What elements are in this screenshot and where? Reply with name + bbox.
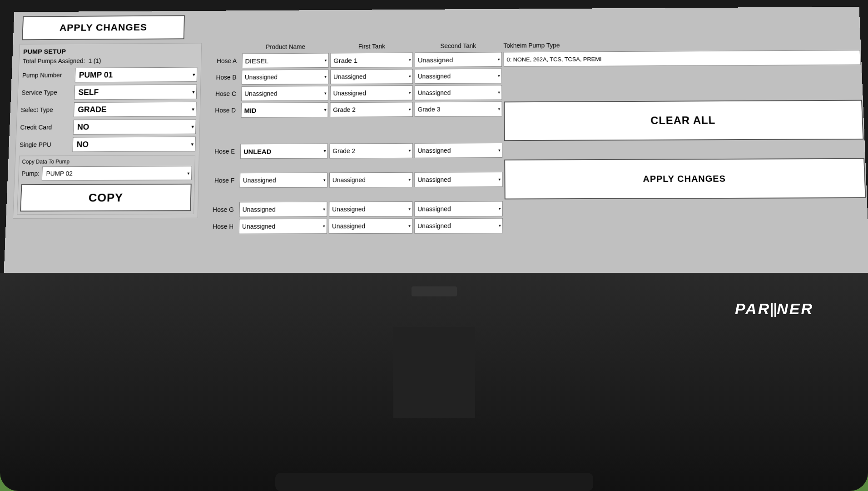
pump-setup-section: PUMP SETUP Total Pumps Assigned: 1 (1) P… bbox=[13, 43, 202, 219]
hose-e-first-tank[interactable]: Grade 2▾ bbox=[329, 143, 412, 159]
hose-d-label: Hose D bbox=[203, 107, 240, 114]
hose-c-product[interactable]: Unassigned▾ bbox=[241, 86, 328, 101]
select-type-value[interactable]: GRADE ▾ bbox=[74, 102, 197, 117]
clear-all-button[interactable]: CLEAR ALL bbox=[504, 100, 863, 141]
copy-section-title: Copy Data To Pump bbox=[22, 158, 192, 165]
second-tank-header: Second Tank bbox=[414, 41, 503, 50]
hose-b-product[interactable]: Unassigned▾ bbox=[242, 70, 329, 85]
hose-a-label: Hose A bbox=[203, 57, 241, 65]
hose-g-second-tank[interactable]: Unassigned▾ bbox=[414, 201, 503, 216]
pump-number-label: Pump Number bbox=[22, 72, 75, 79]
hose-e-row: Hose E UNLEAD▾ Grade 2▾ Unassigned▾ bbox=[199, 141, 865, 159]
hose-f-row: Hose F Unassigned▾ Unassigned▾ Unassigne… bbox=[198, 158, 867, 200]
hose-g-row: Hose G Unassigned▾ Unassigned▾ Unassigne… bbox=[198, 200, 868, 217]
hose-f-second-tank[interactable]: Unassigned▾ bbox=[414, 172, 502, 187]
single-ppu-label: Single PPU bbox=[20, 141, 73, 148]
apply-changes-top-button[interactable]: APPLY CHANGES bbox=[22, 15, 185, 40]
hose-d-row: Hose D MID▾ Grade 2▾ Grade 3▾ CLEAR ALL bbox=[199, 100, 864, 142]
hose-b-first-tank[interactable]: Unassigned▾ bbox=[330, 69, 413, 84]
tokheim-pump-type-header: Tokheim Pump Type bbox=[503, 39, 861, 50]
hose-a-first-tank[interactable]: Grade 1▾ bbox=[330, 53, 413, 68]
single-ppu-row: Single PPU NO ▾ bbox=[19, 136, 195, 152]
hose-b-label: Hose B bbox=[203, 74, 241, 81]
credit-card-row: Credit Card NO ▾ bbox=[20, 119, 196, 135]
pump-copy-value[interactable]: PUMP 02 ▾ bbox=[42, 166, 192, 180]
hose-table: Product Name First Tank Second Tank Tokh… bbox=[198, 39, 868, 236]
pump-copy-label: Pump: bbox=[21, 170, 40, 177]
hose-a-second-tank[interactable]: Unassigned▾ bbox=[415, 52, 502, 67]
hose-f-first-tank[interactable]: Unassigned▾ bbox=[329, 172, 413, 188]
hose-h-row: Hose H Unassigned▾ Unassigned▾ Unassigne… bbox=[198, 217, 868, 234]
pump-setup-title: PUMP SETUP bbox=[23, 47, 198, 55]
tokheim-type-value[interactable]: 0: NONE, 262A, TCS, TCSA, PREMI bbox=[504, 50, 861, 67]
hose-e-label: Hose E bbox=[202, 148, 240, 155]
single-ppu-value[interactable]: NO ▾ bbox=[72, 136, 195, 152]
hose-f-product[interactable]: Unassigned▾ bbox=[240, 173, 327, 188]
pump-number-row: Pump Number PUMP 01 ▾ bbox=[22, 67, 197, 83]
hose-a-product[interactable]: DIESEL▾ bbox=[242, 53, 328, 68]
hose-g-product[interactable]: Unassigned▾ bbox=[239, 202, 327, 217]
select-type-row: Select Type GRADE ▾ bbox=[20, 102, 196, 117]
credit-card-value[interactable]: NO ▾ bbox=[73, 119, 196, 135]
hose-h-label: Hose H bbox=[200, 223, 238, 230]
pump-number-value[interactable]: PUMP 01 ▾ bbox=[75, 67, 198, 83]
hose-e-second-tank[interactable]: Unassigned▾ bbox=[415, 143, 503, 158]
total-pumps-row: Total Pumps Assigned: 1 (1) bbox=[23, 57, 198, 65]
partner-logo: PARNER bbox=[735, 300, 813, 318]
first-tank-header: First Tank bbox=[330, 42, 414, 51]
service-type-value[interactable]: SELF ▾ bbox=[74, 85, 197, 100]
hose-g-label: Hose G bbox=[200, 206, 238, 213]
hose-f-label: Hose F bbox=[201, 177, 239, 184]
copy-section: Copy Data To Pump Pump: PUMP 02 ▾ COPY bbox=[17, 155, 195, 215]
hose-c-second-tank[interactable]: Unassigned▾ bbox=[415, 85, 502, 100]
service-type-label: Service Type bbox=[21, 89, 74, 96]
copy-button[interactable]: COPY bbox=[20, 184, 191, 211]
select-type-label: Select Type bbox=[21, 106, 74, 114]
hose-h-second-tank[interactable]: Unassigned▾ bbox=[414, 218, 503, 234]
hose-b-second-tank[interactable]: Unassigned▾ bbox=[415, 69, 502, 84]
product-name-header: Product Name bbox=[241, 42, 330, 51]
apply-changes-right-button[interactable]: APPLY CHANGES bbox=[504, 158, 866, 200]
hose-b-row: Hose B Unassigned▾ Unassigned▾ Unassigne… bbox=[201, 67, 862, 85]
hose-d-product[interactable]: MID▾ bbox=[241, 102, 328, 117]
hose-c-first-tank[interactable]: Unassigned▾ bbox=[330, 85, 413, 100]
service-type-row: Service Type SELF ▾ bbox=[21, 85, 197, 100]
hose-e-product[interactable]: UNLEAD▾ bbox=[240, 144, 328, 159]
hose-a-row: Hose A DIESEL▾ Grade 1▾ Unassigned▾ 0: N… bbox=[201, 50, 862, 68]
hose-d-first-tank[interactable]: Grade 2▾ bbox=[330, 102, 413, 117]
hose-c-row: Hose C Unassigned▾ Unassigned▾ Unassigne… bbox=[200, 83, 863, 101]
hose-c-label: Hose C bbox=[203, 90, 240, 97]
hose-h-product[interactable]: Unassigned▾ bbox=[239, 219, 327, 234]
credit-card-label: Credit Card bbox=[20, 124, 73, 131]
hose-d-second-tank[interactable]: Grade 3▾ bbox=[415, 101, 502, 117]
hose-g-first-tank[interactable]: Unassigned▾ bbox=[329, 201, 412, 217]
hose-h-first-tank[interactable]: Unassigned▾ bbox=[329, 218, 413, 234]
